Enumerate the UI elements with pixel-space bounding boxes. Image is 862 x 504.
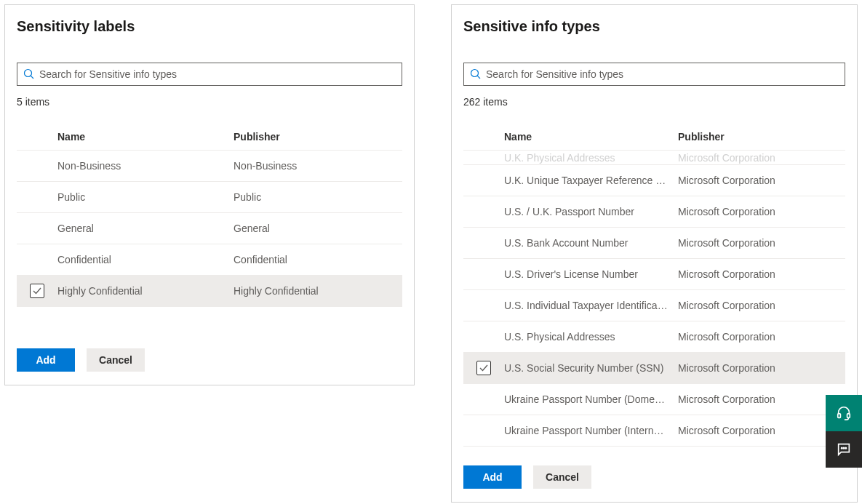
- sensitivity-labels-panel: Sensitivity labels 5 items Name Publishe…: [4, 4, 415, 385]
- table-row[interactable]: Ukraine Passport Number (International)M…: [463, 415, 845, 447]
- add-button[interactable]: Add: [463, 465, 522, 489]
- sensitive-info-types-panel: Sensitive info types 262 items Name Publ…: [451, 4, 858, 503]
- column-publisher[interactable]: Publisher: [678, 131, 845, 143]
- table-row[interactable]: Ukraine Passport Number (Domestic)Micros…: [463, 384, 845, 415]
- svg-point-7: [843, 447, 844, 448]
- checkbox[interactable]: [30, 284, 44, 298]
- row-publisher: Public: [234, 191, 402, 203]
- chat-icon: [836, 441, 852, 457]
- row-publisher: Microsoft Corporation: [678, 425, 845, 436]
- row-name: U.S. Social Security Number (SSN): [504, 362, 678, 374]
- table-row[interactable]: Non-BusinessNon-Business: [17, 151, 402, 182]
- row-name: U.S. Individual Taxpayer Identification …: [504, 300, 678, 311]
- column-name[interactable]: Name: [504, 131, 678, 143]
- search-input[interactable]: [486, 68, 839, 80]
- row-name: U.S. / U.K. Passport Number: [504, 206, 678, 217]
- row-publisher: Non-Business: [234, 160, 402, 172]
- row-publisher: Highly Confidential: [234, 285, 402, 297]
- row-name: Confidential: [57, 254, 234, 265]
- row-publisher: Microsoft Corporation: [678, 152, 845, 164]
- checkbox[interactable]: [476, 361, 491, 375]
- row-name: Highly Confidential: [57, 285, 234, 297]
- svg-line-1: [31, 76, 33, 79]
- cancel-button[interactable]: Cancel: [533, 465, 591, 489]
- column-publisher[interactable]: Publisher: [234, 131, 402, 143]
- table-row[interactable]: GeneralGeneral: [17, 213, 402, 244]
- svg-point-0: [25, 70, 32, 77]
- svg-point-2: [471, 70, 479, 77]
- row-publisher: General: [234, 223, 402, 234]
- table-header: Name Publisher: [17, 124, 402, 151]
- table-row[interactable]: PublicPublic: [17, 182, 402, 213]
- row-name: U.S. Physical Addresses: [504, 331, 678, 343]
- search-box[interactable]: [17, 63, 402, 86]
- items-count: 5 items: [17, 96, 402, 108]
- svg-point-6: [842, 447, 842, 448]
- row-name: Ukraine Passport Number (Domestic): [504, 393, 678, 405]
- feedback-button[interactable]: [826, 431, 862, 468]
- search-input[interactable]: [39, 68, 396, 80]
- support-button[interactable]: [826, 395, 862, 431]
- table-row[interactable]: U.S. Individual Taxpayer Identification …: [463, 290, 845, 321]
- row-publisher: Microsoft Corporation: [678, 206, 845, 217]
- table-row[interactable]: U.S. Social Security Number (SSN)Microso…: [463, 353, 845, 384]
- svg-point-8: [845, 447, 846, 448]
- table-row[interactable]: U.S. / U.K. Passport NumberMicrosoft Cor…: [463, 196, 845, 228]
- row-publisher: Confidential: [234, 254, 402, 265]
- table-row[interactable]: U.S. Bank Account NumberMicrosoft Corpor…: [463, 228, 845, 259]
- row-publisher: Microsoft Corporation: [678, 393, 845, 405]
- row-publisher: Microsoft Corporation: [678, 331, 845, 343]
- row-publisher: Microsoft Corporation: [678, 268, 845, 280]
- row-publisher: Microsoft Corporation: [678, 362, 845, 374]
- search-icon: [23, 68, 35, 80]
- headset-icon: [836, 405, 852, 421]
- add-button[interactable]: Add: [17, 348, 75, 372]
- panel-title: Sensitive info types: [463, 18, 845, 35]
- table-row[interactable]: U.S. Physical AddressesMicrosoft Corpora…: [463, 321, 845, 353]
- row-name: Ukraine Passport Number (International): [504, 425, 678, 436]
- panel-title: Sensitivity labels: [17, 18, 402, 35]
- search-box[interactable]: [463, 63, 845, 86]
- table-row[interactable]: U.K. Physical AddressesMicrosoft Corpora…: [463, 151, 845, 165]
- row-name: U.K. Physical Addresses: [504, 152, 678, 164]
- table-header: Name Publisher: [463, 124, 845, 151]
- row-publisher: Microsoft Corporation: [678, 175, 845, 186]
- table-row[interactable]: U.S. Driver's License NumberMicrosoft Co…: [463, 259, 845, 290]
- row-name: General: [57, 223, 234, 234]
- row-name: U.S. Driver's License Number: [504, 268, 678, 280]
- search-icon: [470, 68, 482, 80]
- row-name: U.S. Bank Account Number: [504, 237, 678, 249]
- row-publisher: Microsoft Corporation: [678, 300, 845, 311]
- svg-line-3: [477, 76, 480, 79]
- table-row[interactable]: U.K. Unique Taxpayer Reference NumberMic…: [463, 165, 845, 196]
- items-count: 262 items: [463, 96, 845, 108]
- floating-actions: [826, 395, 862, 468]
- table-row[interactable]: Highly ConfidentialHighly Confidential: [17, 276, 402, 307]
- row-name: Public: [57, 191, 234, 203]
- row-name: U.K. Unique Taxpayer Reference Number: [504, 175, 678, 186]
- svg-rect-4: [838, 414, 841, 418]
- row-name: Non-Business: [57, 160, 234, 172]
- svg-rect-5: [847, 414, 850, 418]
- cancel-button[interactable]: Cancel: [87, 348, 145, 372]
- column-name[interactable]: Name: [57, 131, 234, 143]
- row-publisher: Microsoft Corporation: [678, 237, 845, 249]
- table-row[interactable]: ConfidentialConfidential: [17, 244, 402, 276]
